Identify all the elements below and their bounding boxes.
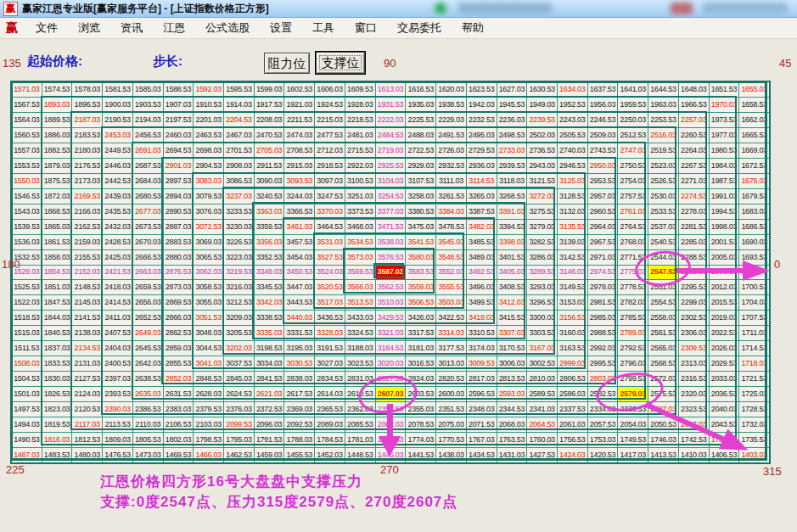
grid-cell: 2817.03 xyxy=(467,372,497,386)
grid-cell: 2110.03 xyxy=(133,417,163,432)
grid-cell: 3009.53 xyxy=(467,356,497,371)
grid-cell: 1690.03 xyxy=(739,235,769,249)
menu-item[interactable]: 文件 xyxy=(25,19,68,37)
grid-cell: 1525.53 xyxy=(12,280,42,294)
grid-cell: 1833.53 xyxy=(42,356,72,371)
grid-cell: 1501.03 xyxy=(12,387,42,401)
grid-cell: 2173.03 xyxy=(72,174,102,188)
grid-cell: 2859.03 xyxy=(164,341,194,356)
grid-cell: 3303.53 xyxy=(527,326,557,340)
menu-item[interactable]: 浏览 xyxy=(68,19,110,37)
grid-cell: 2120.53 xyxy=(72,402,102,417)
grid-cell: 1669.03 xyxy=(739,143,769,158)
grid-cell: 2652.53 xyxy=(133,311,163,325)
grid-cell: 2498.53 xyxy=(497,128,527,143)
menu-item[interactable]: 工具 xyxy=(302,19,345,37)
grid-cell: 2155.53 xyxy=(72,250,102,265)
grid-cell: 1865.03 xyxy=(42,220,72,234)
grid-cell: 2236.03 xyxy=(497,113,527,127)
grid-cell: 1648.03 xyxy=(679,82,709,97)
arrow-270deg-head xyxy=(379,436,401,456)
grid-cell: 2922.03 xyxy=(345,159,375,173)
menu-item[interactable]: 资讯 xyxy=(110,19,153,37)
grid-cell: 3573.03 xyxy=(345,250,375,265)
grid-cell: 2785.53 xyxy=(618,311,648,325)
grid-cell: 2540.53 xyxy=(648,235,678,249)
grid-cell: 1567.53 xyxy=(12,98,42,112)
grid-cell: 1550.03 xyxy=(12,174,42,188)
grid-cell: 3384.03 xyxy=(436,204,466,219)
grid-cell: 2134.53 xyxy=(72,341,102,356)
menu-item[interactable]: 公式选股 xyxy=(195,19,260,37)
grid-cell: 2586.03 xyxy=(558,387,587,401)
grid-cell: 1455.53 xyxy=(284,448,314,462)
degree-label-45: 45 xyxy=(779,57,791,70)
degree-label-180: 180 xyxy=(2,258,20,271)
grid-cell: 2533.53 xyxy=(648,204,678,219)
grid-cell: 1875.53 xyxy=(42,174,72,188)
grid-cell: 2649.03 xyxy=(133,326,163,340)
degree-label-225: 225 xyxy=(6,463,25,476)
grid-cell: 1504.53 xyxy=(12,372,42,386)
resistance-button[interactable]: 阻力位 xyxy=(264,53,310,74)
grid-cell: 2477.53 xyxy=(315,128,345,143)
grid-cell: 2092.53 xyxy=(284,417,314,432)
menu-item[interactable]: 帮助 xyxy=(452,19,494,37)
toolbar: 135 起始价格: 步长: 3.5 ▼ 阻力位 支撑位 90 45 江恩空间顶底… xyxy=(0,38,797,81)
grid-cell: 2561.53 xyxy=(648,326,678,340)
grid-cell: 2544.03 xyxy=(648,250,678,265)
grid-cell: 1791.53 xyxy=(255,433,284,447)
grid-cell: 2519.53 xyxy=(648,143,678,158)
grid-cell: 2113.53 xyxy=(103,417,132,432)
grid-cell: 1564.03 xyxy=(12,113,42,127)
grid-cell: 3237.03 xyxy=(224,189,254,204)
grid-cell: 2873.03 xyxy=(164,280,194,294)
grid-cell: 2253.53 xyxy=(648,113,678,127)
grid-cell: 2057.53 xyxy=(588,417,618,432)
grid-cell: 3450.53 xyxy=(284,266,314,280)
grid-cell: 2855.53 xyxy=(164,356,194,371)
grid-cell: 2036.53 xyxy=(710,387,739,401)
grid-cell: 1938.53 xyxy=(436,98,466,112)
grid-cell: 2589.53 xyxy=(527,387,557,401)
menu-item[interactable]: 交易委托 xyxy=(387,19,452,37)
privacy-blur xyxy=(458,3,552,14)
grid-cell: 2880.03 xyxy=(164,250,194,265)
grid-cell: 2369.03 xyxy=(284,402,314,417)
grid-cell: 3387.53 xyxy=(467,204,497,219)
support-button[interactable]: 支撑位 xyxy=(316,52,365,74)
grid-cell: 1543.03 xyxy=(12,204,42,219)
privacy-blur xyxy=(671,3,693,14)
grid-cell: 2183.53 xyxy=(72,128,102,143)
grid-cell: 3205.53 xyxy=(224,326,254,340)
grid-cell: 2719.03 xyxy=(376,143,406,158)
window-title: 赢家江恩专业版[赢家服务平台] - [上证指数价格正方形] xyxy=(22,2,269,16)
grid-cell: 2432.03 xyxy=(103,220,132,234)
grid-cell: 1868.53 xyxy=(42,204,72,219)
menu-item[interactable]: 江恩 xyxy=(153,19,195,37)
grid-cell: 1665.53 xyxy=(739,128,769,143)
grid-cell: 2925.53 xyxy=(376,159,406,173)
grid-cell: 2824.03 xyxy=(406,372,435,386)
grid-cell: 1410.03 xyxy=(679,448,709,462)
grid-cell: 1508.03 xyxy=(12,356,42,371)
grid-cell: 2680.53 xyxy=(133,189,163,204)
menu-item[interactable]: 设置 xyxy=(260,19,302,37)
grid-cell: 2729.53 xyxy=(467,143,497,158)
grid-cell: 1816.03 xyxy=(42,433,72,447)
grid-cell: 2411.03 xyxy=(103,311,132,325)
grid-cell: 1672.53 xyxy=(739,159,769,173)
menu-item[interactable]: 窗口 xyxy=(345,19,387,37)
grid-cell: 2393.53 xyxy=(103,387,132,401)
grid-cell: 2803.03 xyxy=(588,372,618,386)
grid-cell: 2502.03 xyxy=(527,128,557,143)
grid-cell: 2911.53 xyxy=(255,159,284,173)
grid-cell: 3335.03 xyxy=(255,326,284,340)
grid-cell: 2012.03 xyxy=(710,280,739,294)
grid-cell: 2638.53 xyxy=(133,372,163,386)
grid-cell: 2159.03 xyxy=(72,235,102,249)
grid-cell: 1427.53 xyxy=(527,448,557,462)
grid-cell: 2127.53 xyxy=(72,372,102,386)
grid-cell: 1749.53 xyxy=(618,433,648,447)
grid-cell: 2015.53 xyxy=(710,295,739,310)
